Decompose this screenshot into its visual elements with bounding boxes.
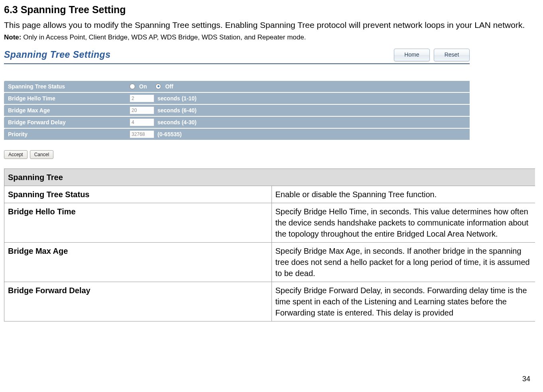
suffix: seconds (1-10) xyxy=(157,95,197,102)
suffix: seconds (6-40) xyxy=(157,107,197,114)
param-name: Spanning Tree Status xyxy=(4,186,272,203)
hello-time-input[interactable] xyxy=(130,94,154,102)
note-line: Note: Only in Access Point, Client Bridg… xyxy=(4,33,531,41)
radio-on-label: On xyxy=(139,83,147,90)
param-desc: Specify Bridge Forward Delay, in seconds… xyxy=(272,282,535,321)
settings-grid: Spanning Tree Status On Off Bridge Hello… xyxy=(4,81,470,140)
page-number: 34 xyxy=(522,375,530,383)
row-priority: Priority (0-65535) xyxy=(4,129,470,140)
row-bridge-forward-delay: Bridge Forward Delay seconds (4-30) xyxy=(4,117,470,128)
param-desc: Enable or disable the Spanning Tree func… xyxy=(272,186,535,203)
forward-delay-input[interactable] xyxy=(130,118,154,126)
note-body: Only in Access Point, Client Bridge, WDS… xyxy=(21,33,306,41)
table-row: Bridge Forward Delay Specify Bridge Forw… xyxy=(4,282,535,321)
label: Spanning Tree Status xyxy=(4,83,130,90)
value-area: On Off xyxy=(130,83,470,90)
table-row: Bridge Max Age Specify Bridge Max Age, i… xyxy=(4,242,535,282)
home-button[interactable]: Home xyxy=(394,49,430,61)
radio-off[interactable] xyxy=(155,84,161,89)
value-area: seconds (4-30) xyxy=(130,118,470,126)
param-name: Bridge Max Age xyxy=(4,242,272,282)
cancel-button[interactable]: Cancel xyxy=(30,150,53,159)
table-header: Spanning Tree xyxy=(4,169,535,186)
suffix: (0-65535) xyxy=(157,131,182,137)
row-bridge-hello-time: Bridge Hello Time seconds (1-10) xyxy=(4,93,470,104)
suffix: seconds (4-30) xyxy=(157,119,197,125)
row-spanning-tree-status: Spanning Tree Status On Off xyxy=(4,81,470,92)
panel-header: Spanning Tree Settings Home Reset xyxy=(4,49,470,64)
panel-title: Spanning Tree Settings xyxy=(4,49,110,60)
table-row: Spanning Tree Status Enable or disable t… xyxy=(4,186,535,203)
value-area: (0-65535) xyxy=(130,130,470,138)
reset-button[interactable]: Reset xyxy=(434,49,470,61)
priority-input[interactable] xyxy=(130,130,154,138)
max-age-input[interactable] xyxy=(130,106,154,114)
radio-off-label: Off xyxy=(165,83,173,90)
radio-on[interactable] xyxy=(130,84,135,89)
panel-header-buttons: Home Reset xyxy=(394,49,470,61)
label: Bridge Max Age xyxy=(4,107,130,114)
label: Priority xyxy=(4,131,130,137)
description-table: Spanning Tree Spanning Tree Status Enabl… xyxy=(4,169,535,321)
table-row: Bridge Hello Time Specify Bridge Hello T… xyxy=(4,203,535,242)
value-area: seconds (1-10) xyxy=(130,94,470,102)
param-name: Bridge Hello Time xyxy=(4,203,272,242)
section-heading: 6.3 Spanning Tree Setting xyxy=(4,4,531,16)
panel-footer: Accept Cancel xyxy=(4,150,470,159)
intro-paragraph: This page allows you to modify the Spann… xyxy=(4,19,531,32)
label: Bridge Forward Delay xyxy=(4,119,130,125)
label: Bridge Hello Time xyxy=(4,95,130,102)
param-desc: Specify Bridge Max Age, in seconds. If a… xyxy=(272,242,535,282)
accept-button[interactable]: Accept xyxy=(4,150,28,159)
param-desc: Specify Bridge Hello Time, in seconds. T… xyxy=(272,203,535,242)
value-area: seconds (6-40) xyxy=(130,106,470,114)
param-name: Bridge Forward Delay xyxy=(4,282,272,321)
settings-screenshot: Spanning Tree Settings Home Reset Spanni… xyxy=(4,49,470,159)
note-prefix: Note: xyxy=(4,33,21,41)
row-bridge-max-age: Bridge Max Age seconds (6-40) xyxy=(4,105,470,116)
